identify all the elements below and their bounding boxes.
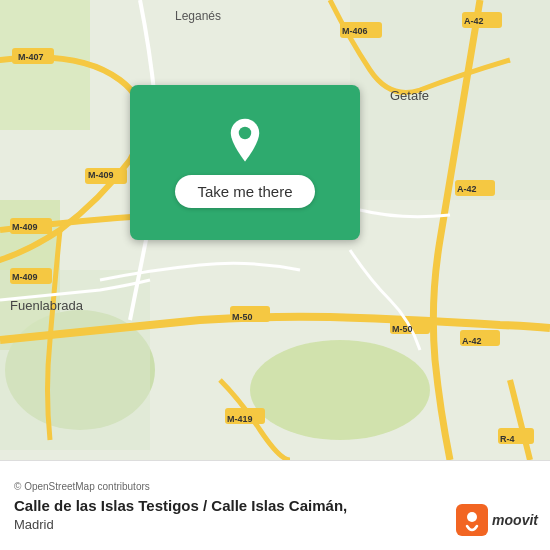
svg-point-37: [467, 512, 477, 522]
svg-text:M-406: M-406: [342, 26, 368, 36]
svg-text:M-419: M-419: [227, 414, 253, 424]
moovit-text: moovit: [492, 512, 538, 528]
svg-text:M-50: M-50: [392, 324, 413, 334]
svg-text:M-409: M-409: [12, 222, 38, 232]
map-attribution: © OpenStreetMap contributors: [14, 481, 536, 492]
moovit-logo: moovit: [456, 504, 538, 536]
svg-point-2: [250, 340, 430, 440]
svg-text:A-42: A-42: [464, 16, 484, 26]
map-container: M-407 M-409 M-409 M-409 A-42 A-42 A-42 M…: [0, 0, 550, 460]
bottom-bar: © OpenStreetMap contributors Calle de la…: [0, 460, 550, 550]
svg-text:A-42: A-42: [457, 184, 477, 194]
svg-text:M-407: M-407: [18, 52, 44, 62]
location-pin-icon: [221, 117, 269, 165]
svg-text:Leganés: Leganés: [175, 9, 221, 23]
svg-text:M-409: M-409: [12, 272, 38, 282]
svg-text:A-42: A-42: [462, 336, 482, 346]
moovit-icon: [456, 504, 488, 536]
location-panel[interactable]: Take me there: [130, 85, 360, 240]
svg-point-35: [239, 127, 251, 139]
svg-text:M-50: M-50: [232, 312, 253, 322]
take-me-there-button[interactable]: Take me there: [175, 175, 314, 208]
svg-text:Fuenlabrada: Fuenlabrada: [10, 298, 84, 313]
svg-text:M-409: M-409: [88, 170, 114, 180]
svg-text:R-4: R-4: [500, 434, 515, 444]
svg-rect-3: [0, 0, 90, 130]
svg-text:Getafe: Getafe: [390, 88, 429, 103]
